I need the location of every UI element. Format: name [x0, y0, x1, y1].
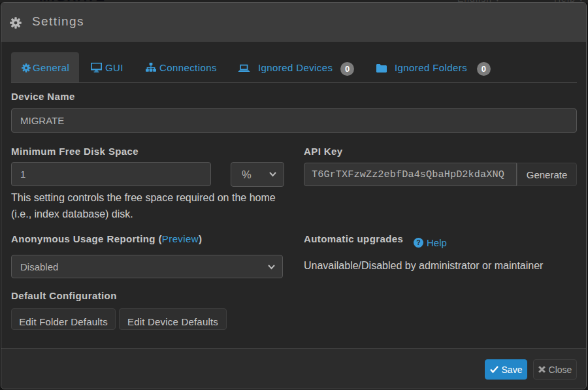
svg-text:?: ? [416, 238, 420, 246]
